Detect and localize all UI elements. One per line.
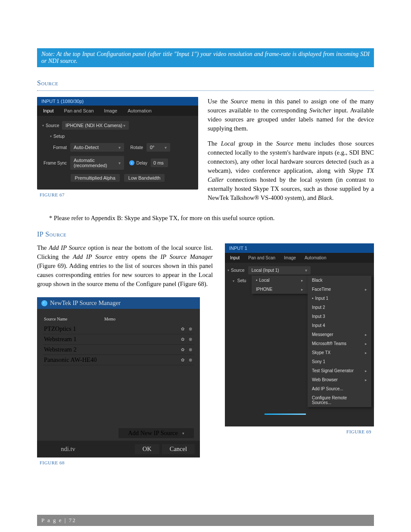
col-source-name: Source Name [44,317,104,321]
menu-item-input1[interactable]: Input 1 [308,294,371,303]
menu-item-black[interactable]: Black [308,276,371,285]
tab-pan-and-scan[interactable]: Pan and Scan [64,108,93,113]
dotted-rule [37,90,374,91]
format-dropdown[interactable]: Auto-Detect [70,143,124,152]
source-label: Source [231,268,245,273]
menu-item-local[interactable]: Local [252,276,308,285]
close-icon[interactable] [188,347,193,352]
cursor-trail-icon [265,414,306,415]
menu-item-input4[interactable]: Input 4 [308,321,371,330]
figure-69-caption: FIGURE 69 [344,429,374,434]
source-dropdown[interactable]: Local (Input 1) [248,266,311,274]
ip-source-paragraph: The Add IP Source option is near the bot… [37,243,213,289]
info-icon[interactable]: i [129,160,134,165]
chevron-down-icon[interactable]: ▾ [233,279,234,283]
tab-image[interactable]: Image [284,255,296,260]
source-menu-level1: Local IPHONE [252,276,308,294]
menu-item-skype-tx[interactable]: Skype TX [308,348,371,357]
delay-field[interactable]: 0 ms [151,159,168,167]
section-heading-source: Source [37,79,374,91]
gear-icon[interactable] [180,358,185,363]
table-row[interactable]: Panasonic AW-HE40 [43,355,194,365]
table-row[interactable]: Webstream 1 [43,334,194,345]
panel-title: INPUT 1 (1080/30p) [37,97,198,106]
appendix-note: * Please refer to Appendix B: Skype and … [49,215,374,222]
gear-icon[interactable] [180,337,185,342]
chevron-down-icon[interactable]: ▾ [227,268,229,272]
figure-68-caption: FIGURE 68 [37,460,213,465]
source-label: Source [46,123,62,128]
close-icon[interactable] [188,337,193,342]
rotate-dropdown[interactable]: 0° [146,143,170,152]
chevron-down-icon[interactable]: ▾ [50,134,52,138]
gear-icon[interactable] [180,347,185,352]
menu-item-iphone[interactable]: IPHONE [252,285,308,294]
frame-sync-dropdown[interactable]: Automatic (recommended) [70,156,124,170]
add-new-ip-source-button[interactable]: Add New IP Source ▾ [118,428,194,438]
tab-input[interactable]: Input [230,255,240,260]
menu-item-facetime[interactable]: FaceTime [308,285,371,294]
tab-input[interactable]: Input [43,108,53,113]
delay-label: Delay [136,161,151,165]
tab-automation[interactable]: Automation [305,255,327,260]
ip-source-manager-title: NewTek IP Source Manager [37,297,200,309]
tab-image[interactable]: Image [104,108,118,113]
menu-item-configure-remote[interactable]: Configure Remote Sources... [308,393,371,407]
source-description-column: Use the Source menu in this panel to ass… [208,97,374,208]
ndi-link[interactable]: ndi.tv [42,445,94,453]
table-row[interactable]: PTZOptics 1 [43,324,194,334]
ok-button[interactable]: OK [135,444,159,454]
format-label: Format [42,145,70,150]
note-text: Note: At the top Input Configuration pan… [41,51,370,64]
tab-automation[interactable]: Automation [128,108,152,113]
premultiplied-alpha-toggle[interactable]: Premultiplied Alpha [71,174,120,182]
menu-item-input3[interactable]: Input 3 [308,312,371,321]
close-icon[interactable] [188,358,193,363]
source-dropdown[interactable]: IPHONE (NDI HX Camera) [62,121,129,130]
newtek-logo-icon [41,300,47,306]
menu-item-test-signal[interactable]: Test Signal Generator [308,366,371,375]
note-banner: Note: At the top Input Configuration pan… [37,48,374,67]
col-memo: Memo [104,317,115,321]
chevron-down-icon[interactable]: ▾ [42,124,44,128]
panel-title: INPUT 1 [225,243,374,253]
figure-69-panel: INPUT 1 Input Pan and Scan Image Automat… [225,243,374,426]
source-heading-text: Source [37,79,374,87]
tab-pan-and-scan[interactable]: Pan and Scan [248,255,275,260]
figure-67-panel: INPUT 1 (1080/30p) Input Pan and Scan Im… [37,97,198,190]
setup-label: Setu [237,278,246,283]
menu-item-teams[interactable]: Microsoft® Teams [308,339,371,348]
gear-icon[interactable] [180,327,185,332]
menu-item-messenger[interactable]: Messenger [308,330,371,339]
table-row[interactable]: Webstream 2 [43,345,194,355]
cancel-button[interactable]: Cancel [162,444,195,454]
low-bandwidth-toggle[interactable]: Low Bandwidth [124,174,165,182]
section-heading-ip-source: IP Source [37,230,374,238]
menu-item-add-ip-source[interactable]: Add IP Source... [308,384,371,393]
menu-item-web-browser[interactable]: Web Browser [308,375,371,384]
source-menu-level2: Black FaceTime Input 1 Input 2 Input 3 I… [308,276,371,407]
menu-item-input2[interactable]: Input 2 [308,303,371,312]
figure-68-panel: NewTek IP Source Manager Source Name Mem… [37,297,200,457]
setup-label: Setup [53,134,68,139]
panel-tabs: Input Pan and Scan Image Automation [37,106,198,116]
menu-item-sony[interactable]: Sony 1 [308,357,371,366]
close-icon[interactable] [188,327,193,332]
figure-67-caption: FIGURE 67 [37,192,198,197]
rotate-label: Rotate [128,145,146,150]
chevron-down-icon: ▾ [182,431,184,436]
page-footer: P a g e | 72 [37,515,374,526]
frame-sync-label: Frame Sync [42,161,70,165]
